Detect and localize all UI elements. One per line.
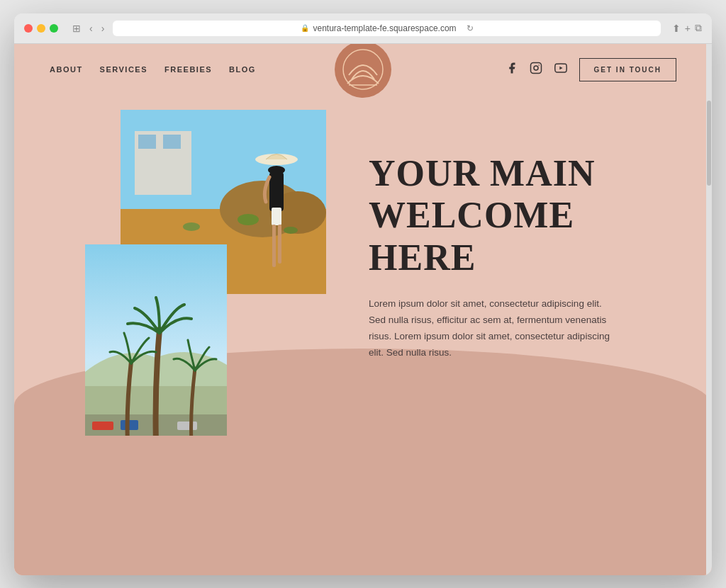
reload-icon[interactable]: ↻ [467,23,474,33]
new-tab-button[interactable]: + [685,22,691,34]
close-button[interactable] [24,24,33,33]
hero-body: Lorem ipsum dolor sit amet, consectetur … [369,296,610,361]
logo-svg [342,48,384,91]
browser-controls: ⊞ ‹ › [69,21,107,35]
svg-point-3 [534,66,538,70]
svg-rect-25 [92,422,113,430]
browser-window: ⊞ ‹ › 🔒 ventura-template-fe.squarespace.… [14,13,712,575]
svg-rect-19 [272,208,281,225]
svg-rect-18 [269,172,284,211]
nav-right: GET IN TOUCH [506,58,676,81]
svg-rect-2 [530,63,541,74]
main-content: YOUR MAIN WELCOME HERE Lorem ipsum dolor… [14,96,712,404]
cta-button[interactable]: GET IN TOUCH [579,58,676,81]
youtube-icon[interactable] [554,62,568,77]
svg-point-4 [538,64,540,66]
images-section [85,110,326,294]
tabs-button[interactable]: ⧉ [695,22,702,34]
nav-about[interactable]: ABOUT [50,65,83,74]
svg-rect-9 [163,135,181,149]
browser-actions: ⬆ + ⧉ [672,22,702,34]
svg-point-13 [238,214,259,225]
svg-point-0 [343,50,383,89]
url-display: ventura-template-fe.squarespace.com [313,23,457,33]
instagram-icon[interactable] [530,62,542,77]
nav-freebies[interactable]: FREEBIES [164,65,212,74]
nav-services[interactable]: SERVICES [100,65,147,74]
svg-rect-27 [177,422,197,430]
svg-point-15 [284,227,298,234]
fullscreen-button[interactable] [50,24,58,33]
nav-blog[interactable]: BLOG [229,65,256,74]
nav-left: ABOUT SERVICES FREEBIES BLOG [50,65,256,74]
navigation: ABOUT SERVICES FREEBIES BLOG [14,44,712,96]
browser-chrome: ⊞ ‹ › 🔒 ventura-template-fe.squarespace.… [14,13,712,44]
svg-point-14 [183,222,200,231]
nav-center [335,44,391,98]
hero-heading: YOUR MAIN WELCOME HERE [369,152,669,279]
svg-rect-21 [278,225,281,264]
svg-rect-8 [138,135,156,149]
text-section: YOUR MAIN WELCOME HERE Lorem ipsum dolor… [369,110,669,361]
minimize-button[interactable] [37,24,45,33]
website-content: ABOUT SERVICES FREEBIES BLOG [14,44,712,575]
back-button[interactable]: ‹ [86,21,96,35]
site-logo[interactable] [335,44,391,98]
svg-marker-5 [559,67,562,70]
palm-image-svg [85,244,227,436]
share-button[interactable]: ⬆ [672,22,681,34]
traffic-lights [24,24,58,33]
hero-image-bottom [85,244,227,436]
window-toggle-button[interactable]: ⊞ [69,21,84,35]
lock-icon: 🔒 [301,24,309,32]
address-bar[interactable]: 🔒 ventura-template-fe.squarespace.com ↻ [113,21,660,36]
forward-button[interactable]: › [99,21,108,35]
heading-line2: WELCOME HERE [369,195,574,278]
heading-line1: YOUR MAIN [369,153,596,193]
facebook-icon[interactable] [506,62,518,77]
svg-rect-20 [272,225,276,267]
